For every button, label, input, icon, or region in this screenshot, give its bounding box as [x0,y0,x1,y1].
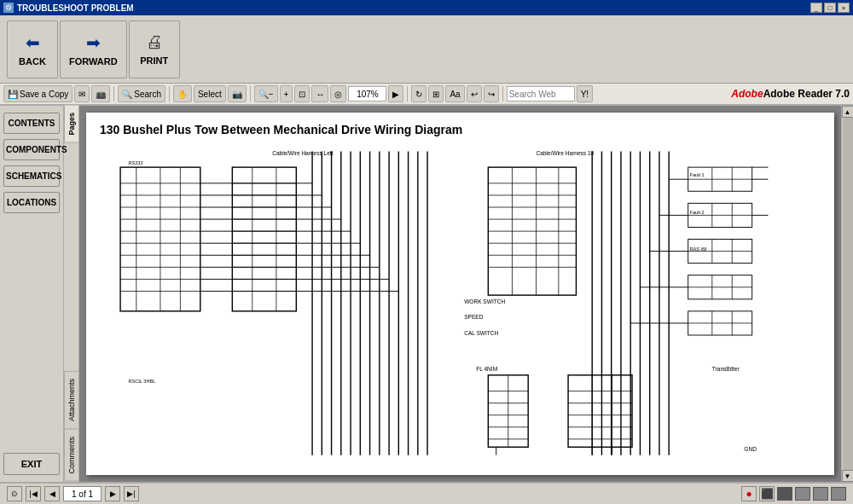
fit-page-button[interactable]: ⊡ [294,85,310,102]
wiring-diagram: Fault 1 Fault 2 RAS WI [86,143,834,463]
continuous-view-button[interactable] [795,487,810,501]
snapshot-button[interactable]: 📷 [228,85,247,102]
hand-tool-button[interactable]: ✋ [173,85,192,102]
separator-2 [169,86,170,101]
svg-text:SPEED: SPEED [464,314,483,320]
back-label: BACK [19,56,46,67]
record-button[interactable]: ● [741,486,757,501]
svg-text:RS232: RS232 [128,160,142,165]
forward-icon: ➡ [86,32,101,53]
undo-button[interactable]: ↩ [467,85,482,102]
print-button[interactable]: 🖨 PRINT [129,20,180,78]
separator-1 [113,86,114,101]
maximize-button[interactable]: □ [824,3,836,13]
contents-button[interactable]: CONTENTS [3,113,60,134]
title-bar: ⚙ TROUBLESHOOT PROBLEM _ □ × [0,0,853,15]
scroll-up-button[interactable]: ▲ [842,106,854,118]
page-settings-button[interactable]: ⊙ [7,486,22,501]
schematics-button[interactable]: SCHEMATICS [3,165,60,187]
fullscreen-button[interactable] [831,487,846,501]
pages-button[interactable]: ⊞ [428,85,444,102]
window-title: TROUBLESHOOT PROBLEM [17,3,810,13]
right-scrollbar: ▲ ▼ [841,106,853,482]
zoom-go-button[interactable]: ▶ [388,85,403,102]
forward-button[interactable]: ➡ FORWARD [60,20,127,78]
stop-button[interactable]: ⬛ [759,486,775,501]
svg-text:CAL SWITCH: CAL SWITCH [464,330,498,336]
svg-text:Fault 2: Fault 2 [690,210,705,215]
fax-button[interactable]: 📠 [91,85,110,102]
pages-tab[interactable]: Pages [64,106,79,143]
last-page-button[interactable]: ▶| [124,486,139,501]
adobe-toolbar: 💾 Save a Copy ✉ 📠 🔍 Search ✋ Select 📷 🔍−… [0,84,853,106]
svg-text:Fault 1: Fault 1 [690,172,705,177]
attachments-tab[interactable]: Attachments [64,371,79,429]
left-sidebar: CONTENTS COMPONENTS SCHEMATICS LOCATIONS… [0,106,64,482]
svg-rect-121 [568,375,632,447]
save-copy-icon: 💾 [8,90,18,99]
app-icon: ⚙ [3,3,14,13]
single-page-view-button[interactable] [777,487,792,501]
redo-button[interactable]: ↪ [484,85,499,102]
first-page-button[interactable]: |◀ [26,486,41,501]
adobe-logo: AdobeAdobe Reader 7.0 [731,88,850,100]
search-button[interactable]: 🔍 Search [118,85,165,102]
printer-icon: 🖨 [146,32,163,52]
zoom-out-button[interactable]: 🔍− [254,85,278,102]
rotate-button[interactable]: ↻ [411,85,426,102]
svg-text:WORK SWITCH: WORK SWITCH [464,298,505,304]
zoom-in-button[interactable]: + [280,85,293,102]
view-controls: ● ⬛ [741,486,846,501]
zoom-input[interactable] [348,86,386,101]
back-button[interactable]: ⬅ BACK [7,20,58,78]
back-icon: ⬅ [26,32,40,53]
yahoo-button[interactable]: Y! [577,85,593,102]
svg-text:RSCIL 3HBL: RSCIL 3HBL [128,379,155,384]
bottom-bar: ⊙ |◀ ◀ ▶ ▶| ● ⬛ [0,482,853,504]
components-button[interactable]: COMPONENTS [3,139,60,160]
page-number-input[interactable] [63,486,102,501]
facing-view-button[interactable] [813,487,828,501]
pages-panel: Pages Attachments Comments [64,106,79,482]
select-label: Select [198,90,222,99]
svg-text:GND: GND [744,446,757,452]
minimize-button[interactable]: _ [810,3,822,13]
save-copy-label: Save a Copy [20,90,68,99]
close-button[interactable]: × [838,3,850,13]
scroll-down-button[interactable]: ▼ [842,470,854,482]
svg-text:Cable/Wire Harness 10: Cable/Wire Harness 10 [537,150,595,156]
fit-width-button[interactable]: ↔ [311,85,328,102]
svg-text:FL 4NIM: FL 4NIM [476,366,497,372]
locations-button[interactable]: LOCATIONS [3,192,60,213]
nav-toolbar: ⬅ BACK ➡ FORWARD 🖨 PRINT [0,15,853,84]
exit-button[interactable]: EXIT [3,453,60,475]
forward-label: FORWARD [69,56,118,67]
search-icon: 🔍 [122,90,132,99]
separator-5 [502,86,503,101]
pdf-viewer: 130 Bushel Plus Tow Between Mechanical D… [79,106,841,482]
print-label: PRINT [140,55,168,66]
save-copy-button[interactable]: 💾 Save a Copy [3,85,73,102]
pdf-page: 130 Bushel Plus Tow Between Mechanical D… [86,113,834,475]
web-search-input[interactable] [507,86,575,101]
main-content: CONTENTS COMPONENTS SCHEMATICS LOCATIONS… [0,106,853,482]
search-label: Search [134,90,161,99]
separator-3 [250,86,251,101]
comments-tab[interactable]: Comments [64,429,79,482]
email-button[interactable]: ✉ [74,85,90,102]
adobe-reader-text: Adobe Reader 7.0 [763,88,850,100]
window-controls[interactable]: _ □ × [810,3,850,13]
separator-4 [407,86,408,101]
svg-text:RAS WI: RAS WI [690,246,707,252]
scroll-track[interactable] [843,118,853,470]
next-page-button[interactable]: ▶ [105,486,120,501]
select-button[interactable]: Select [194,85,226,102]
svg-text:Cable/Wire Harness Left: Cable/Wire Harness Left [272,150,333,156]
svg-text:TransBitter: TransBitter [712,366,740,372]
prev-page-button[interactable]: ◀ [44,486,60,501]
page-title: 130 Bushel Plus Tow Between Mechanical D… [86,113,834,143]
svg-rect-24 [232,167,296,311]
actual-size-button[interactable]: ◎ [330,85,346,102]
find-button[interactable]: Aa [445,85,464,102]
